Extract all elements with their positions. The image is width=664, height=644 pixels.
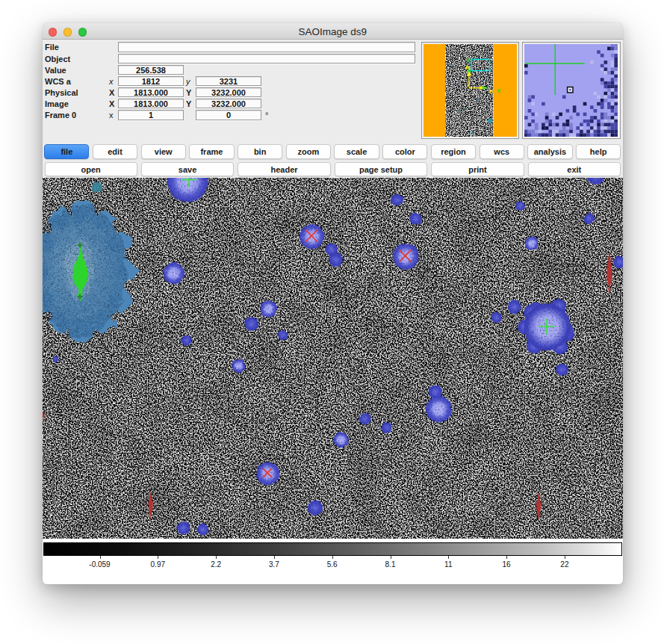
svg-text:E: E [489, 88, 494, 95]
svg-text:Y: Y [467, 57, 471, 64]
svg-text:N: N [466, 64, 471, 71]
svg-text:X: X [497, 87, 501, 94]
